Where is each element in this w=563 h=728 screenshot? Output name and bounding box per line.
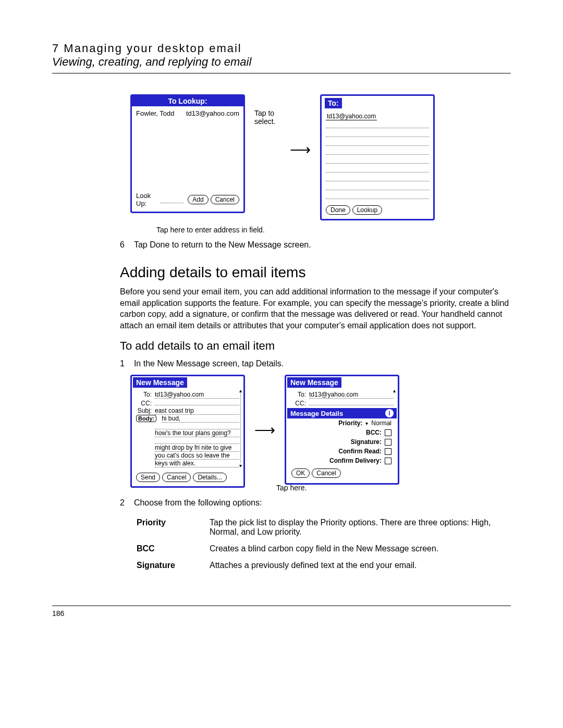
option-key: Signature: [137, 558, 209, 573]
new-message-screen: New Message To:td13@yahoo.com CC: Subj:e…: [130, 375, 245, 488]
option-row-priority: Priority Tap the pick list to display th…: [137, 515, 510, 540]
contact-name: Fowler, Todd: [136, 109, 174, 117]
figure-row-lookup: To Lookup: Fowler, Todd td13@yahoo.com L…: [130, 94, 511, 220]
header-rule: [52, 73, 511, 73]
step-number: 1: [120, 359, 125, 368]
step-6: 6 Tap Done to return to the New Message …: [120, 240, 511, 250]
option-desc: Attaches a previously defined text at th…: [210, 558, 510, 573]
lookup-contact-row[interactable]: Fowler, Todd td13@yahoo.com: [136, 108, 239, 118]
body-line-5[interactable]: keys with alex.: [155, 460, 239, 467]
subj-label: Subj:: [136, 407, 152, 414]
add-button[interactable]: Add: [188, 195, 208, 204]
send-button[interactable]: Send: [136, 473, 160, 482]
ok-button[interactable]: OK: [291, 468, 310, 478]
lookup-button[interactable]: Lookup: [352, 205, 382, 215]
body-line-1[interactable]: hi bud,: [162, 415, 239, 423]
step-text: In the New Message screen, tap Details.: [134, 359, 284, 368]
to-field[interactable]: td13@yahoo.com: [155, 391, 239, 399]
arrow-icon: ⟶: [290, 94, 311, 158]
info-icon[interactable]: i: [385, 409, 394, 417]
chapter-heading: 7 Managing your desktop email: [52, 42, 511, 55]
heading-to-add-details: To add details to an email item: [120, 339, 511, 353]
option-row-bcc: BCC Creates a blind carbon copy field in…: [137, 541, 510, 557]
message-details-title: Message Details i: [287, 408, 397, 418]
body-line-3[interactable]: might drop by fri nite to give: [155, 444, 239, 452]
new-message-title: New Message: [133, 377, 187, 388]
to-screen: To: td13@yahoo.com Done Lookup: [320, 94, 435, 220]
bcc-label: BCC:: [366, 429, 382, 436]
confirm-read-label: Confirm Read:: [338, 448, 382, 455]
step-2: 2 Choose from the following options:: [120, 498, 511, 508]
new-message-title-2: New Message: [287, 377, 341, 388]
section-heading: Viewing, creating, and replying to email: [52, 55, 511, 69]
scroll-down-icon[interactable]: ▾: [239, 463, 242, 468]
subj-field[interactable]: east coast trip: [155, 407, 239, 415]
done-button[interactable]: Done: [326, 205, 350, 215]
option-desc: Tap the pick list to display the Priorit…: [210, 515, 510, 540]
option-desc: Creates a blind carbon copy field in the…: [210, 541, 510, 557]
options-table: Priority Tap the pick list to display th…: [136, 514, 511, 574]
cc-field[interactable]: [155, 399, 239, 405]
cancel-button[interactable]: Cancel: [162, 473, 191, 482]
lookup-label: Look Up:: [136, 192, 156, 207]
cc-label: CC:: [136, 400, 152, 407]
figure-row-newmessage: New Message To:td13@yahoo.com CC: Subj:e…: [130, 375, 511, 488]
body-line-2[interactable]: how's the tour plans going?: [155, 429, 239, 437]
confirm-delivery-checkbox[interactable]: [385, 458, 391, 464]
lookup-screen: To Lookup: Fowler, Todd td13@yahoo.com L…: [130, 94, 245, 213]
scroll-up-icon[interactable]: ▴: [239, 388, 242, 393]
cancel-button[interactable]: Cancel: [312, 468, 340, 478]
body-line-4[interactable]: you cat's docs so leave the: [155, 452, 239, 460]
body-label: Body:: [136, 415, 156, 422]
to-title: To:: [325, 98, 342, 108]
signature-label: Signature:: [351, 438, 382, 446]
lookup-title: To Lookup:: [132, 96, 243, 106]
dropdown-icon[interactable]: ▾: [365, 421, 368, 426]
step-1: 1 In the New Message screen, tap Details…: [120, 359, 511, 368]
priority-value[interactable]: Normal: [371, 419, 391, 427]
option-row-signature: Signature Attaches a previously defined …: [137, 558, 510, 573]
step-text: Choose from the following options:: [134, 498, 262, 508]
arrow-icon: ⟶: [254, 375, 275, 439]
paragraph-details-intro: Before you send your email item, you can…: [120, 286, 511, 331]
cancel-button[interactable]: Cancel: [211, 195, 239, 204]
annotation-tap-enter: Tap here to enter address in field.: [156, 226, 511, 234]
confirm-read-checkbox[interactable]: [385, 448, 391, 455]
confirm-delivery-label: Confirm Delivery:: [329, 457, 382, 464]
page-footer: 186: [52, 606, 511, 618]
step-number: 6: [120, 240, 125, 250]
option-key: BCC: [137, 541, 209, 557]
details-button[interactable]: Details...: [193, 473, 227, 482]
priority-label: Priority:: [338, 419, 362, 427]
page-number: 186: [52, 609, 64, 618]
heading-adding-details: Adding details to email items: [120, 264, 511, 281]
step-text: Tap Done to return to the New Message sc…: [134, 240, 311, 250]
contact-email: td13@yahoo.com: [186, 109, 239, 117]
dotted-line: [326, 120, 429, 128]
to-label: To:: [136, 391, 152, 398]
bcc-checkbox[interactable]: [385, 429, 391, 436]
step-number: 2: [120, 498, 125, 508]
signature-checkbox[interactable]: [385, 439, 391, 446]
annotation-tap-here: Tap here.: [276, 484, 511, 492]
scroll-up-icon[interactable]: ▴: [393, 388, 396, 393]
message-details-screen: New Message To:td13@yahoo.com CC: Messag…: [285, 375, 399, 485]
option-key: Priority: [137, 515, 209, 540]
annotation-tap-select: Tap to select.: [254, 94, 280, 126]
scrollbar[interactable]: ▴ ▾: [238, 388, 242, 468]
lookup-input[interactable]: [161, 196, 184, 203]
to-value[interactable]: td13@yahoo.com: [326, 113, 377, 120]
